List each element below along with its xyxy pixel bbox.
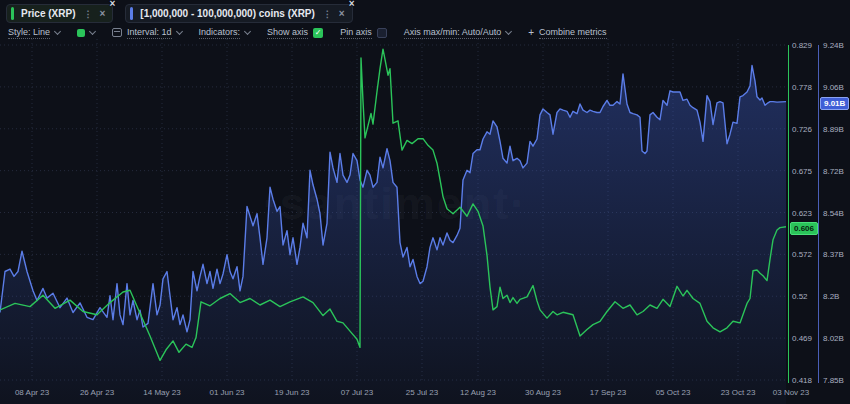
- supply-axis-tick: 8.2B: [823, 292, 839, 301]
- axis-maxmin-dropdown[interactable]: Axis max/min: Auto/Auto: [404, 27, 512, 39]
- price-axis-tick: 0.572: [792, 250, 812, 259]
- style-dropdown[interactable]: Style: Line: [8, 27, 60, 39]
- x-axis-tick: 01 Jun 23: [209, 388, 244, 397]
- x-axis-tick: 23 Oct 23: [721, 388, 756, 397]
- chevron-down-icon: [54, 27, 61, 34]
- close-icon[interactable]: ×: [99, 9, 105, 19]
- chart-workspace: ·santiment· 0.8290.7780.7260.6750.6230.5…: [0, 0, 850, 404]
- supply-axis-tick: 7.85B: [823, 376, 844, 385]
- metric-color-bar: [130, 7, 133, 20]
- show-axis-toggle[interactable]: Show axis ✓: [267, 27, 323, 39]
- metric-chips-row: Price (XRP) ⋮ × × [1,000,000 - 100,000,0…: [6, 4, 353, 23]
- close-icon[interactable]: ×: [339, 9, 345, 19]
- x-axis-tick: 05 Oct 23: [656, 388, 691, 397]
- chevron-down-icon: [89, 27, 96, 34]
- x-axis-tick: 03 Nov 23: [773, 388, 809, 397]
- supply-axis-tick: 8.72B: [823, 167, 844, 176]
- x-axis-tick: 19 Jun 23: [274, 388, 309, 397]
- remove-metric-icon[interactable]: ×: [109, 0, 115, 9]
- show-axis-label: Show axis: [267, 27, 308, 39]
- style-dropdown-label: Style: Line: [8, 27, 50, 39]
- x-axis-tick: 25 Jul 23: [406, 388, 438, 397]
- supply-axis-tick: 8.89B: [823, 125, 844, 134]
- x-axis-tick: 14 May 23: [143, 388, 180, 397]
- kebab-menu-icon[interactable]: ⋮: [323, 9, 332, 19]
- calendar-icon: [112, 28, 122, 37]
- supply-axis-tick: 9.24B: [823, 41, 844, 50]
- x-axis-tick: 08 Apr 23: [15, 388, 49, 397]
- axis-maxmin-label: Axis max/min: Auto/Auto: [404, 27, 502, 39]
- price-axis-tick: 0.675: [792, 167, 812, 176]
- show-axis-checkbox[interactable]: ✓: [313, 28, 323, 38]
- combine-metrics-label: Combine metrics: [539, 27, 607, 39]
- indicators-dropdown-label: Indicators:: [199, 27, 241, 39]
- chevron-down-icon: [505, 27, 512, 34]
- price-axis-tick: 0.778: [792, 83, 812, 92]
- metric-color-bar: [11, 7, 14, 20]
- metric-chip-supply-coins-xrp[interactable]: [1,000,000 - 100,000,000) coins (XRP) ⋮ …: [125, 4, 352, 23]
- supply-axis-tick: 8.02B: [823, 334, 844, 343]
- plus-icon: +: [528, 27, 534, 38]
- pin-axis-checkbox[interactable]: [377, 28, 387, 38]
- pin-axis-label: Pin axis: [340, 27, 372, 39]
- chart-canvas[interactable]: [0, 0, 850, 404]
- indicators-dropdown[interactable]: Indicators:: [199, 27, 251, 39]
- chevron-down-icon: [244, 27, 251, 34]
- interval-dropdown[interactable]: Interval: 1d: [112, 27, 182, 39]
- x-axis-tick: 07 Jul 23: [341, 388, 373, 397]
- x-axis-tick: 30 Aug 23: [525, 388, 561, 397]
- pin-axis-toggle[interactable]: Pin axis: [340, 27, 387, 39]
- chevron-down-icon: [176, 27, 183, 34]
- price-axis-tick: 0.52: [792, 292, 808, 301]
- kebab-menu-icon[interactable]: ⋮: [83, 9, 92, 19]
- x-axis-tick: 12 Aug 23: [460, 388, 496, 397]
- supply-axis-tick: 8.37B: [823, 250, 844, 259]
- remove-metric-icon[interactable]: ×: [349, 0, 355, 9]
- price-axis-tick: 0.726: [792, 125, 812, 134]
- interval-dropdown-label: Interval: 1d: [127, 27, 172, 39]
- supply-axis-tick: 8.54B: [823, 209, 844, 218]
- supply-axis-tick: 9.06B: [823, 83, 844, 92]
- metric-chip-label: Price (XRP): [21, 8, 75, 19]
- price-axis-tick: 0.829: [792, 41, 812, 50]
- combine-metrics-button[interactable]: + Combine metrics: [528, 27, 606, 39]
- x-axis-tick: 26 Apr 23: [80, 388, 114, 397]
- chart-toolbar: Style: Line Interval: 1d Indicators: Sho…: [8, 26, 850, 39]
- x-axis-tick: 17 Sep 23: [590, 388, 626, 397]
- price-last-value-badge: 0.606: [790, 222, 818, 236]
- price-axis-tick: 0.418: [792, 376, 812, 385]
- metric-chip-label: [1,000,000 - 100,000,000) coins (XRP): [140, 8, 315, 19]
- price-axis-tick: 0.469: [792, 334, 812, 343]
- supply-last-value-badge: 9.01B: [820, 97, 849, 111]
- price-axis-tick: 0.623: [792, 209, 812, 218]
- metric-chip-price-xrp[interactable]: Price (XRP) ⋮ × ×: [6, 4, 113, 23]
- color-picker-dropdown[interactable]: [77, 29, 95, 37]
- color-swatch: [77, 29, 85, 37]
